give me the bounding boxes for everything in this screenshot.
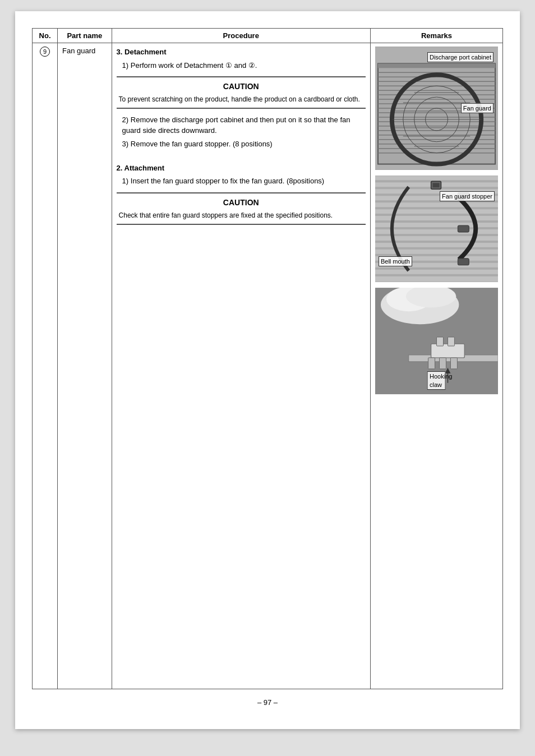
label-bell-mouth: Bell mouth — [379, 256, 412, 266]
image-fan-guard-cabinet: Discharge port cabinet Fan guard — [375, 47, 498, 170]
header-remarks: Remarks — [370, 29, 502, 43]
svg-rect-62 — [428, 358, 435, 369]
label-fan-guard: Fan guard — [461, 103, 494, 113]
detachment-title: 3. Detachment — [117, 47, 366, 58]
page-number: – 97 – — [32, 698, 503, 707]
caution2-title: CAUTION — [119, 197, 363, 209]
label-discharge-port-cabinet: Discharge port cabinet — [427, 52, 494, 62]
svg-rect-53 — [432, 183, 439, 187]
procedure-cell: 3. Detachment 1) Perform work of Detachm… — [112, 43, 370, 689]
svg-rect-2 — [378, 63, 495, 68]
caution2-text: Check that entire fan guard stoppers are… — [119, 211, 363, 220]
svg-rect-64 — [450, 358, 457, 369]
label-fan-guard-stopper: Fan guard stopper — [440, 191, 495, 201]
svg-rect-50 — [458, 259, 469, 265]
step2: 2) Remove the discharge port cabinet and… — [122, 114, 366, 136]
step1: 1) Perform work of Detachment ① and ②. — [122, 60, 366, 71]
step4: 1) Insert the fan guard stopper to fix t… — [122, 176, 366, 187]
caution1-title: CAUTION — [119, 81, 363, 93]
circle-number: 9 — [40, 47, 50, 57]
label-hooking-claw: Hooking claw — [427, 371, 446, 390]
attachment-title: 2. Attachment — [117, 163, 366, 174]
step3: 3) Remove the fan guard stopper. (8 posi… — [122, 139, 366, 150]
header-part-name: Part name — [58, 29, 112, 43]
page: No. Part name Procedure Remarks 9 Fan gu… — [15, 11, 520, 729]
caution1-text: To prevent scratching on the product, ha… — [119, 95, 363, 104]
caution-block-1: CAUTION To prevent scratching on the pro… — [117, 76, 366, 109]
main-table: No. Part name Procedure Remarks 9 Fan gu… — [32, 28, 503, 689]
image-fan-guard-stopper: Fan guard stopper Bell mouth — [375, 176, 498, 282]
part-name-cell: Fan guard — [58, 43, 112, 689]
svg-rect-63 — [439, 358, 446, 369]
row-no: 9 — [33, 43, 58, 689]
svg-rect-1 — [378, 63, 495, 164]
image-hooking-claw: Hooking claw — [375, 288, 498, 394]
header-procedure: Procedure — [112, 29, 370, 43]
svg-rect-51 — [458, 225, 469, 232]
svg-rect-61 — [448, 337, 454, 346]
svg-rect-60 — [436, 337, 443, 346]
caution-block-2: CAUTION Check that entire fan guard stop… — [117, 192, 366, 225]
header-no: No. — [33, 29, 58, 43]
remarks-cell: Discharge port cabinet Fan guard — [370, 43, 502, 689]
